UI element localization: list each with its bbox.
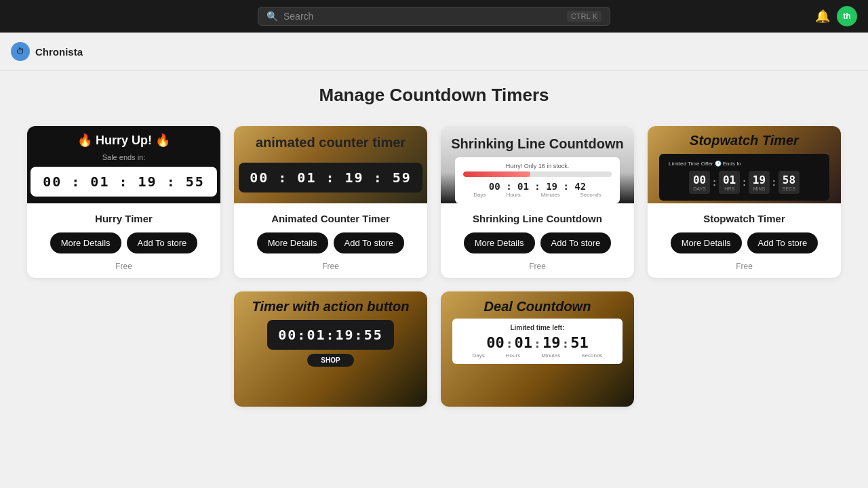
deal-label: Limited time left: — [462, 324, 613, 331]
card-animated-counter: animated counter timer 00 : 01 : 19 : 59… — [234, 126, 427, 278]
card-name: Stopwatch Timer — [658, 213, 830, 224]
shrink-timer-display: 00 : 01 : 19 : 42 — [463, 181, 611, 192]
label-minutes: Minutes — [541, 192, 560, 198]
label-hours: Hours — [506, 192, 520, 198]
search-input[interactable] — [283, 11, 561, 22]
more-details-button[interactable]: More Details — [671, 232, 742, 253]
hurry-subtitle: Sale ends in: — [102, 153, 146, 161]
sw-mins: 19 MINS — [749, 171, 770, 194]
action-timer-display: 00:01:19:55 — [267, 320, 393, 350]
deal-sep2: : — [534, 336, 541, 350]
avatar[interactable]: th — [837, 6, 857, 26]
sw-mins-label: MINS — [753, 186, 766, 191]
shrinking-inner: Hurry! Only 16 in stock. 00 : 01 : 19 : … — [455, 157, 619, 203]
shop-button-preview: SHOP — [307, 354, 353, 367]
card-footer: Stopwatch Timer More Details Add To stor… — [648, 203, 841, 278]
sw-hrs: 01 HRS — [719, 171, 740, 194]
card-footer: Shrinking Line Countdown More Details Ad… — [441, 203, 634, 278]
sw-secs-num: 58 — [783, 174, 795, 186]
brand-icon: ⏱ — [11, 42, 30, 61]
more-details-button[interactable]: More Details — [257, 232, 328, 253]
card-actions: More Details Add To store — [452, 232, 623, 253]
label-seconds: Seconds — [580, 192, 601, 198]
shrinking-preview: Shrinking Line Countdown Hurry! Only 16 … — [441, 126, 634, 203]
hurry-emoji: 🔥 Hurry Up! 🔥 — [77, 133, 170, 148]
card-timer-action: Timer with action button 00:01:19:55 SHO… — [234, 291, 427, 407]
add-to-store-button[interactable]: Add To store — [127, 232, 198, 253]
stopwatch-preview: Stopwatch Timer Limited Time Offer 🕐 End… — [648, 126, 841, 203]
sw-sep3: : — [772, 177, 776, 188]
stopwatch-header: Limited Time Offer 🕐 Ends In — [669, 161, 820, 167]
cards-grid-row1: 🔥 Hurry Up! 🔥 Sale ends in: 00 : 01 : 19… — [27, 126, 841, 278]
sw-sep1: : — [713, 177, 716, 188]
card-badge: Free — [658, 262, 830, 271]
card-actions: More Details Add To store — [38, 232, 210, 253]
deal-days: 00 — [486, 334, 505, 351]
deal-mins: 19 — [542, 334, 561, 351]
animated-title: animated counter timer — [234, 134, 427, 150]
topbar-right: 🔔 th — [815, 6, 857, 26]
deal-secs: 51 — [570, 334, 589, 351]
search-bar[interactable]: 🔍 CTRL K — [258, 7, 610, 26]
deal-hrs: 01 — [515, 334, 533, 351]
card-shrinking-line: Shrinking Line Countdown Hurry! Only 16 … — [441, 126, 634, 278]
topbar: 🔍 CTRL K 🔔 th — [0, 0, 868, 33]
hurry-timer-display: 00 : 01 : 19 : 55 — [31, 167, 217, 197]
sw-secs-label: SECS — [783, 186, 795, 191]
sw-mins-num: 19 — [753, 174, 766, 186]
card-actions: More Details Add To store — [658, 232, 830, 253]
search-icon: 🔍 — [267, 11, 278, 22]
deal-label-days: Days — [473, 352, 485, 359]
brand-bar: ⏱ Chronista — [0, 33, 868, 71]
shrink-stock-label: Hurry! Only 16 in stock. — [463, 163, 611, 169]
k-key: K — [593, 12, 597, 20]
notification-bell-icon[interactable]: 🔔 — [815, 9, 830, 24]
more-details-button[interactable]: More Details — [50, 232, 121, 253]
deal-inner: Limited time left: 00 : 01 : 19 : 51 Day… — [452, 319, 623, 364]
card-badge: Free — [245, 262, 416, 271]
shrink-labels: Days Hours Minutes Seconds — [463, 192, 611, 198]
sw-sep2: : — [743, 177, 746, 188]
deal-digits: 00 : 01 : 19 : 51 — [462, 334, 613, 351]
card-hurry-timer: 🔥 Hurry Up! 🔥 Sale ends in: 00 : 01 : 19… — [27, 126, 220, 278]
stopwatch-digits: 00 DAYS : 01 HRS : 19 MINS : — [669, 171, 820, 194]
animated-counter-display: 00 : 01 : 19 : 59 — [239, 163, 422, 192]
shrink-bar — [463, 171, 611, 177]
deal-label-hours: Hours — [506, 352, 520, 359]
add-to-store-button[interactable]: Add To store — [747, 232, 818, 253]
deal-sub-labels: Days Hours Minutes Seconds — [462, 352, 613, 359]
hurry-preview: 🔥 Hurry Up! 🔥 Sale ends in: 00 : 01 : 19… — [27, 126, 220, 203]
brand-name: Chronista — [35, 46, 83, 58]
cards-grid-row2: Timer with action button 00:01:19:55 SHO… — [27, 291, 841, 407]
card-stopwatch-timer: Stopwatch Timer Limited Time Offer 🕐 End… — [648, 126, 841, 278]
page-title: Manage Countdown Timers — [27, 85, 841, 106]
action-preview: Timer with action button 00:01:19:55 SHO… — [234, 291, 427, 407]
card-badge: Free — [452, 262, 623, 271]
sw-secs: 58 SECS — [778, 171, 800, 194]
add-to-store-button[interactable]: Add To store — [540, 232, 612, 253]
more-details-button[interactable]: More Details — [464, 232, 535, 253]
shrink-bar-container — [463, 171, 611, 177]
deal-title: Deal Countdown — [484, 298, 591, 314]
card-name: Hurry Timer — [38, 213, 210, 224]
sw-hrs-num: 01 — [723, 174, 736, 186]
deal-sep3: : — [561, 336, 569, 350]
sw-days: 00 DAYS — [689, 171, 710, 194]
ctrl-key: CTRL — [571, 12, 591, 20]
animated-preview: animated counter timer 00 : 01 : 19 : 59 — [234, 126, 427, 203]
deal-label-seconds: Seconds — [581, 352, 602, 359]
add-to-store-button[interactable]: Add To store — [334, 232, 405, 253]
keyboard-hint: CTRL K — [567, 11, 601, 22]
stopwatch-title: Stopwatch Timer — [690, 133, 799, 148]
deal-sep1: : — [506, 336, 513, 350]
shrinking-title: Shrinking Line Countdown — [451, 136, 623, 152]
card-footer: Animated Counter Timer More Details Add … — [234, 203, 427, 278]
label-days: Days — [473, 192, 486, 198]
card-deal-countdown: Deal Countdown Limited time left: 00 : 0… — [441, 291, 634, 407]
action-title: Timer with action button — [252, 298, 410, 314]
sw-hrs-label: HRS — [723, 186, 736, 191]
card-badge: Free — [38, 262, 210, 271]
deal-preview: Deal Countdown Limited time left: 00 : 0… — [441, 291, 634, 407]
stopwatch-inner: Limited Time Offer 🕐 Ends In 00 DAYS : 0… — [659, 154, 829, 201]
card-name: Animated Counter Timer — [245, 213, 416, 224]
